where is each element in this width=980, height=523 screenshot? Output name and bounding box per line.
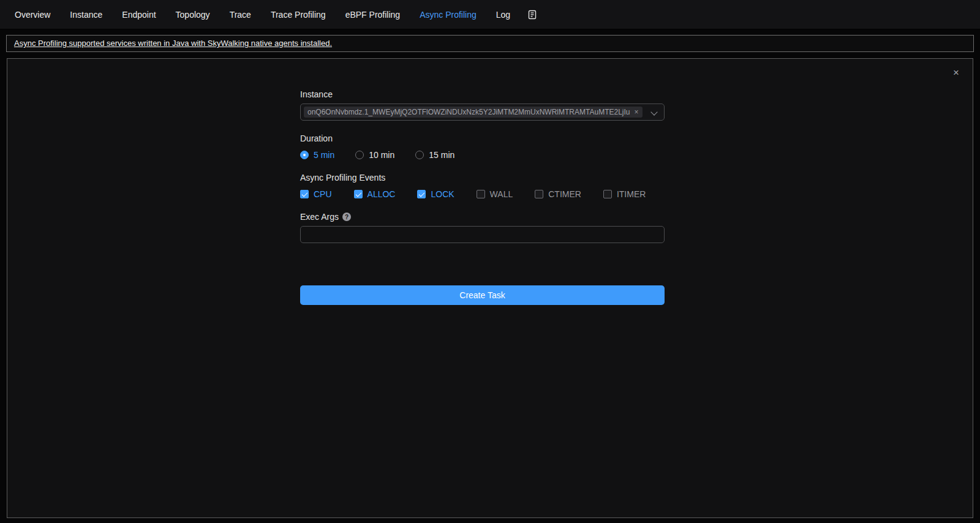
instance-section: Instance onQ6OnNvbmdz.1_MWEyMjQ2OTFlOWZi… — [300, 89, 665, 121]
instance-label: Instance — [300, 89, 665, 99]
checkbox-label: LOCK — [431, 189, 454, 199]
exec-args-label: Exec Args — [300, 212, 339, 222]
tab-overview[interactable]: Overview — [5, 0, 60, 29]
create-task-form: Instance onQ6OnNvbmdz.1_MWEyMjQ2OTFlOWZi… — [300, 59, 665, 305]
exec-args-section: Exec Args ? — [300, 212, 665, 243]
tab-trace-profiling[interactable]: Trace Profiling — [261, 0, 336, 29]
checkbox-ctimer[interactable]: CTIMER — [535, 189, 581, 199]
notice-banner-text: Async Profiling supported services writt… — [14, 39, 332, 48]
events-label: Async Profiling Events — [300, 173, 665, 182]
tab-topology[interactable]: Topology — [166, 0, 220, 29]
radio-5-min[interactable]: 5 min — [300, 150, 334, 160]
exec-args-label-row: Exec Args ? — [300, 212, 665, 222]
notice-banner: Async Profiling supported services writt… — [6, 35, 974, 52]
checkbox-icon — [354, 190, 363, 198]
checkbox-icon — [417, 190, 426, 198]
checkbox-cpu[interactable]: CPU — [300, 189, 332, 199]
checkbox-alloc[interactable]: ALLOC — [354, 189, 396, 199]
top-nav: Overview Instance Endpoint Topology Trac… — [0, 0, 980, 29]
async-profiling-panel: × Instance onQ6OnNvbmdz.1_MWEyMjQ2OTFlOW… — [7, 58, 973, 518]
events-section: Async Profiling Events CPU ALLOC LOCK WA… — [300, 173, 665, 199]
checkbox-icon — [535, 190, 543, 198]
task-list-icon[interactable] — [526, 9, 538, 21]
radio-label: 10 min — [369, 150, 394, 160]
instance-tag-text: onQ6OnNvbmdz.1_MWEyMjQ2OTFlOWZiNDUxNzk5Y… — [307, 107, 630, 118]
checkbox-icon — [477, 190, 485, 198]
tag-close-icon[interactable]: × — [635, 107, 639, 118]
instance-tag: onQ6OnNvbmdz.1_MWEyMjQ2OTFlOWZiNDUxNzk5Y… — [304, 107, 643, 118]
checkbox-wall[interactable]: WALL — [477, 189, 513, 199]
checkbox-label: WALL — [490, 189, 513, 199]
tab-async-profiling[interactable]: Async Profiling — [410, 0, 486, 29]
close-icon[interactable]: × — [953, 67, 959, 78]
duration-section: Duration 5 min 10 min 15 min — [300, 134, 665, 160]
events-checkbox-group: CPU ALLOC LOCK WALL CTIMER — [300, 189, 665, 199]
radio-label: 15 min — [429, 150, 454, 160]
chevron-down-icon — [652, 110, 657, 115]
radio-10-min[interactable]: 10 min — [355, 150, 394, 160]
tab-instance[interactable]: Instance — [60, 0, 112, 29]
tab-log[interactable]: Log — [486, 0, 520, 29]
radio-label: 5 min — [314, 150, 334, 160]
help-icon[interactable]: ? — [342, 213, 351, 221]
checkbox-label: ITIMER — [617, 189, 646, 199]
instance-select[interactable]: onQ6OnNvbmdz.1_MWEyMjQ2OTFlOWZiNDUxNzk5Y… — [300, 103, 665, 121]
create-task-button[interactable]: Create Task — [300, 285, 665, 305]
exec-args-input[interactable] — [300, 226, 665, 243]
checkbox-lock[interactable]: LOCK — [417, 189, 454, 199]
duration-label: Duration — [300, 134, 665, 143]
radio-dot-icon — [300, 151, 309, 159]
duration-radio-group: 5 min 10 min 15 min — [300, 150, 665, 160]
radio-dot-icon — [355, 151, 364, 159]
tab-ebpf-profiling[interactable]: eBPF Profiling — [336, 0, 410, 29]
checkbox-icon — [300, 190, 309, 198]
checkbox-label: CPU — [314, 189, 332, 199]
checkbox-itimer[interactable]: ITIMER — [603, 189, 646, 199]
tab-trace[interactable]: Trace — [220, 0, 261, 29]
checkbox-label: CTIMER — [548, 189, 581, 199]
tab-endpoint[interactable]: Endpoint — [112, 0, 165, 29]
radio-15-min[interactable]: 15 min — [415, 150, 454, 160]
checkbox-icon — [603, 190, 612, 198]
radio-dot-icon — [415, 151, 424, 159]
checkbox-label: ALLOC — [368, 189, 396, 199]
